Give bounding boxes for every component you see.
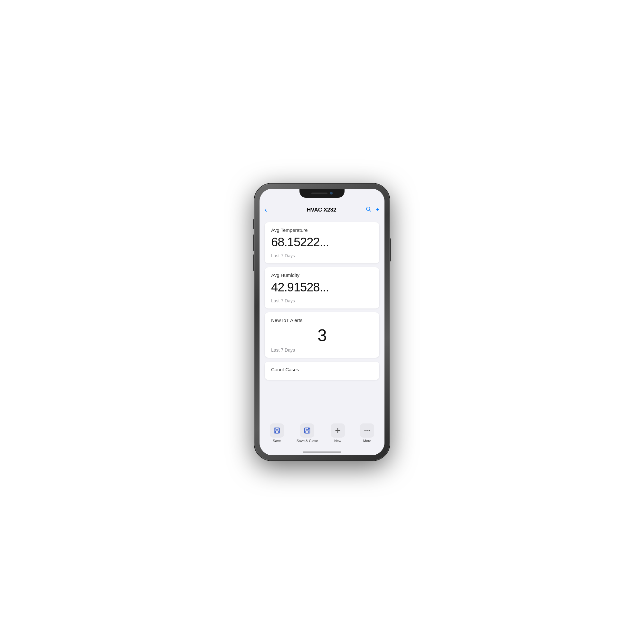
nav-actions: + bbox=[365, 206, 379, 213]
new-iot-alerts-card: New IoT Alerts 3 Last 7 Days bbox=[265, 312, 379, 358]
power-button bbox=[390, 238, 391, 261]
scroll-content: Avg Temperature 68.15222... Last 7 Days … bbox=[260, 217, 384, 420]
count-cases-card: Count Cases bbox=[265, 362, 379, 380]
add-icon[interactable]: + bbox=[376, 206, 379, 213]
notch bbox=[299, 189, 345, 198]
avg-temperature-period: Last 7 Days bbox=[271, 253, 373, 258]
count-cases-label: Count Cases bbox=[271, 367, 373, 372]
save-label: Save bbox=[273, 439, 281, 443]
camera bbox=[330, 192, 333, 194]
save-close-toolbar-item[interactable]: Save & Close bbox=[297, 423, 318, 443]
avg-humidity-card: Avg Humidity 42.91528... Last 7 Days bbox=[265, 267, 379, 308]
save-close-label: Save & Close bbox=[297, 439, 318, 443]
speaker bbox=[311, 193, 327, 194]
phone-device: ‹ HVAC X232 + Avg Temperature 68.15222..… bbox=[254, 184, 390, 460]
avg-humidity-period: Last 7 Days bbox=[271, 298, 373, 303]
new-iot-alerts-period: Last 7 Days bbox=[271, 347, 373, 353]
new-iot-alerts-label: New IoT Alerts bbox=[271, 317, 373, 323]
new-label: New bbox=[334, 439, 341, 443]
home-bar bbox=[303, 451, 341, 453]
phone-screen: ‹ HVAC X232 + Avg Temperature 68.15222..… bbox=[260, 189, 384, 455]
save-icon-wrap bbox=[270, 423, 284, 438]
nav-header: ‹ HVAC X232 + bbox=[260, 203, 384, 217]
home-indicator bbox=[260, 449, 384, 455]
avg-temperature-value: 68.15222... bbox=[271, 235, 373, 249]
svg-point-9 bbox=[365, 430, 366, 431]
avg-temperature-card: Avg Temperature 68.15222... Last 7 Days bbox=[265, 222, 379, 263]
new-icon bbox=[334, 427, 341, 434]
more-icon-wrap bbox=[360, 423, 374, 438]
svg-point-11 bbox=[369, 430, 370, 431]
save-close-icon bbox=[304, 427, 311, 434]
page-title: HVAC X232 bbox=[278, 207, 365, 213]
more-icon bbox=[364, 427, 371, 434]
avg-humidity-label: Avg Humidity bbox=[271, 272, 373, 278]
svg-point-10 bbox=[366, 430, 368, 431]
svg-rect-5 bbox=[306, 431, 309, 433]
more-label: More bbox=[363, 439, 371, 443]
new-icon-wrap bbox=[331, 423, 345, 438]
new-toolbar-item[interactable]: New bbox=[328, 423, 347, 443]
new-iot-alerts-value: 3 bbox=[271, 326, 373, 345]
avg-temperature-label: Avg Temperature bbox=[271, 227, 373, 233]
svg-rect-3 bbox=[275, 431, 278, 433]
back-button[interactable]: ‹ bbox=[265, 206, 278, 214]
save-close-icon-wrap bbox=[300, 423, 314, 438]
save-icon bbox=[273, 427, 280, 434]
more-toolbar-item[interactable]: More bbox=[357, 423, 377, 443]
save-toolbar-item[interactable]: Save bbox=[267, 423, 287, 443]
bottom-toolbar: Save Save & Close bbox=[260, 420, 384, 449]
avg-humidity-value: 42.91528... bbox=[271, 280, 373, 294]
search-icon[interactable] bbox=[365, 206, 371, 213]
svg-line-1 bbox=[370, 210, 371, 211]
